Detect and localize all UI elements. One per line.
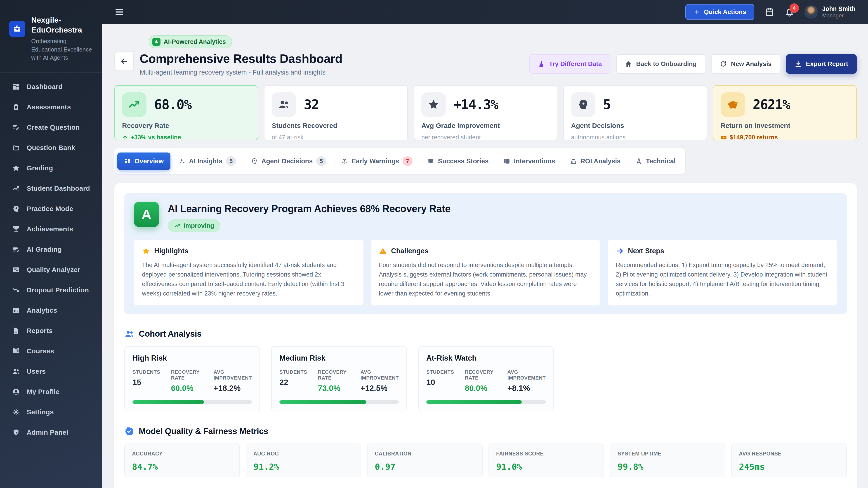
challenges-title: Challenges	[391, 247, 428, 255]
bell-alert-icon	[341, 158, 348, 164]
card-check-icon	[12, 266, 20, 273]
sidebar-item-label: Users	[27, 367, 46, 375]
cohort-section-header: Cohort Analysis	[124, 329, 847, 339]
sidebar-item-settings[interactable]: Settings	[0, 402, 102, 422]
tab-label: Early Warnings	[351, 158, 399, 165]
sidebar-item-achievements[interactable]: Achievements	[0, 219, 102, 239]
stat-footnote: autonomous actions	[571, 134, 700, 141]
metric-label: SYSTEM UPTIME	[618, 451, 718, 457]
star-icon	[142, 247, 150, 255]
tab-interventions[interactable]: Interventions	[497, 153, 562, 170]
sidebar-item-users[interactable]: Users	[0, 361, 102, 382]
metric-label: AVG RESPONSE	[739, 451, 839, 457]
landmark-icon	[570, 158, 577, 164]
stat-label: Agent Decisions	[571, 122, 700, 129]
plus-icon	[693, 8, 700, 15]
back-button[interactable]	[114, 52, 134, 71]
notifications-button[interactable]: 4	[784, 7, 795, 17]
calendar-button[interactable]	[764, 7, 775, 17]
sidebar-item-label: Reports	[27, 327, 53, 335]
improvement-label: AVG IMPROVEMENT	[214, 369, 252, 381]
new-analysis-button[interactable]: New Analysis	[711, 54, 780, 74]
metric-cards: ACCURACY 84.7% AUC-ROC 91.2% CALIBRATION…	[124, 444, 847, 477]
badge-check-icon	[124, 426, 134, 436]
mini-chart-icon	[152, 38, 160, 46]
improvement-value: +12.5%	[361, 384, 399, 393]
metric-label: CALIBRATION	[375, 451, 475, 457]
sidebar-item-label: Student Dashboard	[27, 185, 90, 192]
sidebar-item-dashboard[interactable]: Dashboard	[0, 76, 102, 97]
user-name: John Smith	[822, 5, 855, 12]
metric-card-fairness-score: FAIRNESS SCORE 91.0%	[489, 444, 604, 477]
stat-card-agent-decisions: 5 Agent Decisions autonomous actions	[563, 85, 707, 140]
tab-agent-decisions[interactable]: Agent Decisions 5	[244, 151, 333, 171]
recovery-progress-fill	[426, 400, 522, 404]
sidebar-item-quality-analyzer[interactable]: Quality Analyzer	[0, 260, 102, 280]
gear-icon	[12, 408, 20, 416]
page-subtitle: Multi-agent learning recovery system - F…	[140, 69, 342, 76]
metric-card-avg-response: AVG RESPONSE 245ms	[731, 444, 847, 477]
header-actions: Try Different Data Back to Onboarding Ne…	[529, 54, 857, 74]
main-content: AI-Powered Analytics Comprehensive Resul…	[102, 0, 868, 488]
sidebar-item-courses[interactable]: Courses	[0, 341, 102, 361]
grade-badge: A	[134, 202, 159, 227]
user-circle-icon	[12, 388, 20, 396]
tab-ai-insights[interactable]: AI Insights 5	[172, 151, 243, 171]
trending-down-icon	[12, 286, 20, 294]
back-to-onboarding-button[interactable]: Back to Onboarding	[616, 54, 705, 74]
stat-footnote: of 47 at-risk	[272, 134, 400, 141]
sidebar-item-practice-mode[interactable]: Practice Mode	[0, 199, 102, 219]
metrics-section-title: Model Quality & Fairness Metrics	[139, 427, 268, 436]
export-report-label: Export Report	[806, 60, 848, 68]
improving-badge: Improving	[168, 219, 220, 232]
try-different-data-button[interactable]: Try Different Data	[529, 54, 610, 74]
sidebar-item-label: AI Grading	[27, 246, 62, 253]
stat-label: Recovery Rate	[122, 122, 250, 129]
tab-success-stories[interactable]: Success Stories	[421, 153, 495, 170]
quick-actions-button[interactable]: Quick Actions	[685, 4, 754, 20]
improvement-label: AVG IMPROVEMENT	[361, 369, 399, 381]
cohort-section-title: Cohort Analysis	[139, 329, 202, 339]
sidebar-item-create-question[interactable]: Create Question	[0, 117, 102, 138]
sidebar-item-assessments[interactable]: Assessments	[0, 97, 102, 117]
title-row: Comprehensive Results Dashboard Multi-ag…	[114, 52, 857, 76]
tabs-bar: Overview AI Insights 5 Agent Decisions 5…	[114, 149, 857, 174]
shield-icon	[12, 429, 20, 436]
tab-alert-badge: 7	[403, 156, 412, 166]
tab-technical[interactable]: Technical	[629, 153, 682, 170]
user-menu[interactable]: John Smith Manager	[804, 5, 855, 19]
metric-value: 245ms	[739, 462, 839, 472]
tab-early-warnings[interactable]: Early Warnings 7	[334, 151, 419, 171]
sidebar-item-ai-grading[interactable]: AI Grading	[0, 239, 102, 260]
sidebar-item-my-profile[interactable]: My Profile	[0, 382, 102, 402]
sidebar-item-reports[interactable]: Reports	[0, 321, 102, 341]
trending-up-icon	[122, 92, 147, 117]
user-role: Manager	[822, 12, 855, 19]
highlights-title: Highlights	[154, 247, 188, 255]
brand-text: Nexgile-EduOrchestra Orchestrating Educa…	[31, 15, 93, 62]
stat-value: 2621%	[753, 97, 790, 112]
sidebar-item-analytics[interactable]: Analytics	[0, 300, 102, 321]
sidebar-item-student-dashboard[interactable]: Student Dashboard	[0, 178, 102, 199]
banknote-icon	[721, 134, 727, 141]
title-block: Comprehensive Results Dashboard Multi-ag…	[140, 52, 342, 76]
stat-cards: 68.0% Recovery Rate +33% vs baseline 32 …	[114, 85, 857, 140]
users-icon	[124, 329, 134, 339]
sidebar-item-dropout-prediction[interactable]: Dropout Prediction	[0, 280, 102, 300]
folder-icon	[12, 144, 20, 152]
tab-roi-analysis[interactable]: ROI Analysis	[563, 153, 627, 170]
tab-overview[interactable]: Overview	[117, 153, 170, 170]
sidebar-item-label: Assessments	[27, 103, 71, 111]
sidebar-item-question-bank[interactable]: Question Bank	[0, 138, 102, 158]
drafting-compass-icon	[636, 158, 642, 164]
dashboard-icon	[12, 83, 20, 91]
sidebar-item-admin-panel[interactable]: Admin Panel	[0, 422, 102, 443]
hamburger-menu-icon[interactable]	[114, 7, 124, 17]
metric-card-calibration: CALIBRATION 0.97	[367, 444, 483, 477]
cohort-cards: High Risk STUDENTS 15 RECOVERY RATE 60.0…	[124, 346, 847, 412]
sidebar-item-grading[interactable]: Grading	[0, 158, 102, 178]
export-report-button[interactable]: Export Report	[786, 54, 857, 74]
trending-up-icon	[174, 223, 180, 229]
trophy-icon	[12, 225, 20, 233]
topbar-right: Quick Actions 4 John Smith Manager	[685, 4, 855, 20]
